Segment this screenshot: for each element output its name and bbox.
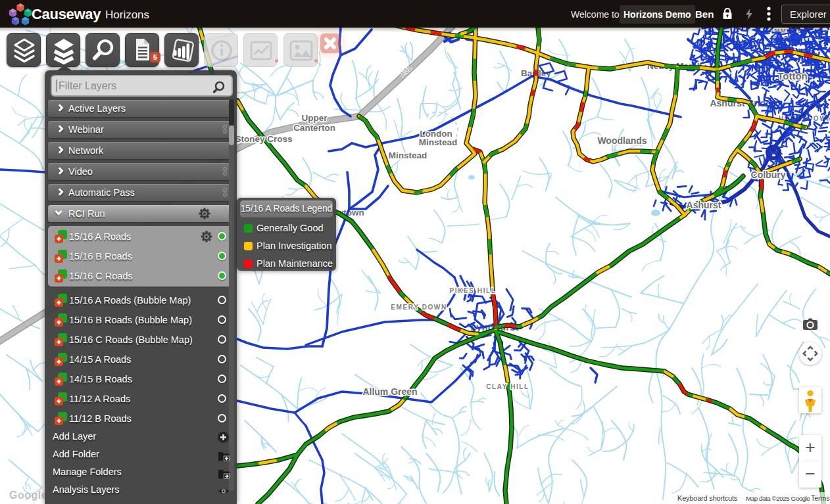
svg-text:Minstead: Minstead [419,137,458,147]
svg-text:Upper: Upper [301,113,328,123]
svg-text:Keyboard shortcuts: Keyboard shortcuts [677,494,738,502]
svg-text:Canterton: Canterton [293,123,335,133]
svg-text:Minstead: Minstead [389,150,427,160]
svg-text:Colbury: Colbury [751,170,786,180]
svg-text:Woodlands: Woodlands [597,135,647,146]
svg-text:PIKES HILL: PIKES HILL [449,287,496,294]
svg-text:Ashurst: Ashurst [687,200,721,210]
svg-text:Terms: Terms [811,494,830,502]
svg-text:Stoney Cross: Stoney Cross [235,134,292,144]
svg-text:Totton: Totton [777,70,808,81]
svg-text:EMERY DOWN: EMERY DOWN [391,304,447,311]
svg-text:CLAY HILL: CLAY HILL [486,383,529,390]
svg-text:Allum Green: Allum Green [362,386,417,397]
svg-text:Map data ©2025 Google: Map data ©2025 Google [746,495,810,502]
svg-text:Google: Google [9,490,47,501]
